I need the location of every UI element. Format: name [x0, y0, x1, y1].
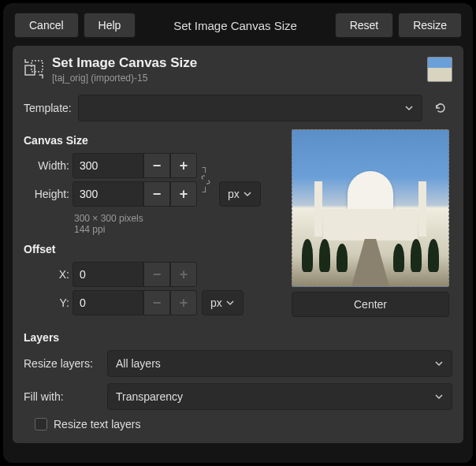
link-dimensions-toggle[interactable]: ┐ ┘ — [197, 153, 214, 207]
resize-text-layers-label: Resize text layers — [54, 418, 140, 431]
svg-rect-1 — [32, 61, 43, 72]
template-reset-button[interactable] — [429, 101, 452, 115]
canvas-resize-icon — [24, 59, 44, 80]
height-increment[interactable]: + — [170, 181, 197, 207]
width-label: Width: — [24, 159, 69, 172]
header: Set Image Canvas Size [taj_orig] (import… — [24, 55, 452, 84]
chevron-down-icon — [243, 189, 252, 199]
chevron-down-icon — [434, 392, 444, 401]
resize-layers-label: Resize layers: — [24, 357, 99, 370]
page-title: Set Image Canvas Size — [52, 55, 419, 71]
height-decrement[interactable]: − — [143, 181, 170, 207]
offset-unit-value: px — [210, 296, 222, 309]
canvas-preview[interactable] — [292, 129, 449, 287]
link-bottom-icon: ┘ — [203, 188, 209, 196]
main-panel: Set Image Canvas Size [taj_orig] (import… — [13, 46, 463, 443]
window-title: Set Image Canvas Size — [140, 19, 329, 32]
template-combo[interactable] — [78, 95, 422, 121]
width-decrement[interactable]: − — [143, 153, 170, 178]
template-row: Template: — [24, 95, 452, 121]
resize-button[interactable]: Resize — [398, 13, 462, 38]
fill-with-combo[interactable]: Transparency — [107, 383, 452, 410]
dialog-window: Cancel Help Set Image Canvas Size Reset … — [3, 3, 473, 463]
resize-text-layers-checkbox[interactable] — [35, 418, 47, 431]
resize-layers-combo[interactable]: All layers — [107, 350, 452, 377]
offset-unit-combo[interactable]: px — [202, 290, 244, 315]
center-button[interactable]: Center — [292, 292, 449, 317]
height-input[interactable] — [73, 181, 143, 207]
toolbar: Cancel Help Set Image Canvas Size Reset … — [5, 5, 471, 46]
height-row: Height: − + — [24, 181, 197, 207]
reset-button[interactable]: Reset — [335, 13, 394, 38]
resize-text-layers-row: Resize text layers — [35, 418, 452, 431]
offset-y-decrement[interactable]: − — [143, 290, 170, 315]
offset-y-row: Y: − + px — [24, 290, 277, 315]
chevron-down-icon — [225, 298, 235, 308]
offset-y-increment[interactable]: + — [170, 290, 197, 315]
width-increment[interactable]: + — [170, 153, 197, 178]
link-top-icon: ┐ — [203, 163, 209, 172]
cancel-button[interactable]: Cancel — [14, 13, 79, 38]
canvas-unit-value: px — [228, 188, 240, 200]
image-thumbnail — [427, 57, 452, 82]
help-button[interactable]: Help — [84, 13, 136, 38]
height-label: Height: — [24, 188, 69, 200]
offset-x-input[interactable] — [73, 262, 143, 287]
fill-with-row: Fill with: Transparency — [24, 383, 452, 410]
offset-x-row: X: − + — [24, 262, 277, 287]
fill-with-value: Transparency — [116, 390, 183, 403]
offset-y-input[interactable] — [73, 290, 143, 315]
canvas-size-section: Canvas Size — [24, 134, 277, 147]
offset-section: Offset — [24, 243, 277, 255]
resize-layers-value: All layers — [116, 357, 161, 370]
resize-layers-row: Resize layers: All layers — [24, 350, 452, 377]
width-input[interactable] — [73, 153, 143, 178]
chevron-down-icon — [404, 103, 414, 113]
fill-with-label: Fill with: — [24, 390, 99, 403]
offset-x-label: X: — [24, 268, 69, 281]
canvas-unit-combo[interactable]: px — [219, 181, 261, 207]
offset-y-label: Y: — [24, 296, 69, 309]
chain-broken-icon — [201, 175, 210, 185]
ppi-readout: 144 ppi — [74, 224, 277, 235]
dimensions-readout: 300 × 300 pixels — [74, 213, 277, 224]
offset-x-increment[interactable]: + — [170, 262, 197, 287]
chevron-down-icon — [434, 359, 444, 368]
template-label: Template: — [24, 102, 72, 114]
page-subtitle: [taj_orig] (imported)-15 — [52, 73, 419, 84]
svg-rect-0 — [25, 65, 35, 75]
layers-section: Layers — [24, 331, 452, 344]
offset-x-decrement[interactable]: − — [143, 262, 170, 287]
width-row: Width: − + — [24, 153, 197, 178]
